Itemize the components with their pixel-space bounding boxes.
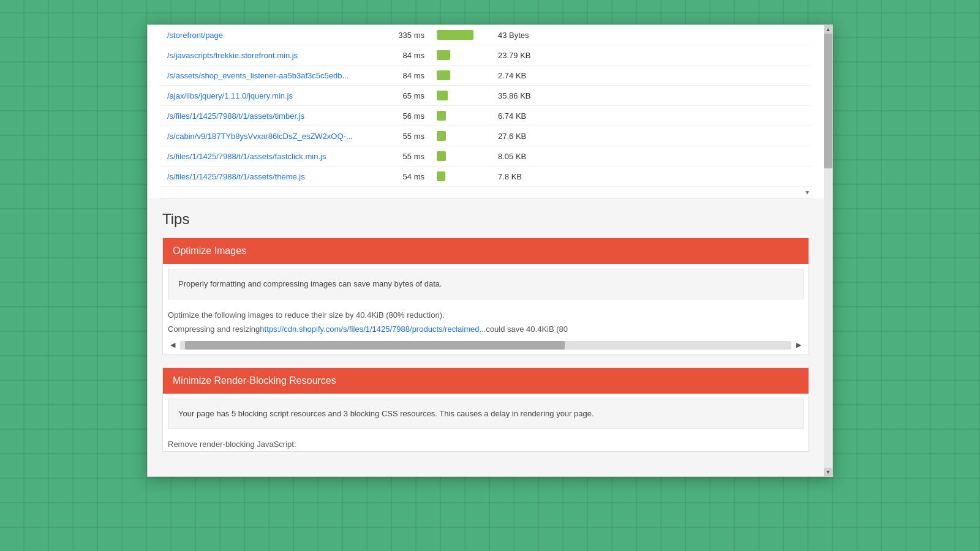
tip-detail-render-blocking: Remove render-blocking JavaScript: bbox=[163, 433, 809, 451]
resource-link[interactable]: /s/javascripts/trekkie.storefront.min.js bbox=[167, 51, 388, 60]
resource-bar bbox=[437, 70, 450, 80]
resource-time: 56 ms bbox=[388, 111, 437, 121]
resource-bar bbox=[437, 50, 450, 60]
resource-bar bbox=[437, 111, 446, 121]
resource-link[interactable]: /s/assets/shop_events_listener-aa5b3af3c… bbox=[167, 71, 388, 80]
resource-size: 27.6 KB bbox=[486, 132, 547, 141]
scrollbar-thumb[interactable] bbox=[824, 34, 832, 168]
resource-link[interactable]: /s/files/1/1425/7988/t/1/assets/theme.js bbox=[167, 172, 388, 181]
resource-row: /storefront/page335 ms43 Bytes bbox=[160, 25, 812, 45]
scrollbar[interactable]: ▲ ▼ bbox=[824, 25, 832, 476]
tip-card-render-blocking: Minimize Render-Blocking Resources Your … bbox=[162, 367, 809, 452]
hscroll-right-arrow[interactable]: ▶ bbox=[794, 341, 804, 349]
tip-header-render-blocking: Minimize Render-Blocking Resources bbox=[163, 368, 809, 394]
resource-size: 6.74 KB bbox=[486, 111, 547, 121]
resource-bar bbox=[437, 151, 446, 161]
resource-link[interactable]: /s/files/1/1425/7988/t/1/assets/fastclic… bbox=[167, 152, 388, 161]
resource-time: 65 ms bbox=[388, 91, 437, 100]
resource-link[interactable]: /ajax/libs/jquery/1.11.0/jquery.min.js bbox=[167, 91, 388, 100]
resource-row: /s/cabin/v9/187TYb8ysVvxar86lcDsZ_esZW2x… bbox=[160, 126, 812, 146]
tips-title: Tips bbox=[162, 211, 809, 228]
resource-row: /s/javascripts/trekkie.storefront.min.js… bbox=[160, 45, 812, 66]
scrollbar-up-arrow[interactable]: ▲ bbox=[824, 25, 832, 34]
resource-bar-container bbox=[437, 30, 486, 40]
resource-link[interactable]: /s/files/1/1425/7988/t/1/assets/timber.j… bbox=[167, 111, 388, 121]
resource-link[interactable]: /s/cabin/v9/187TYb8ysVvxar86lcDsZ_esZW2x… bbox=[167, 132, 388, 141]
resource-table: /storefront/page335 ms43 Bytes/s/javascr… bbox=[148, 25, 824, 198]
tip-image-link[interactable]: https://cdn.shopify.com/s/files/1/1425/7… bbox=[260, 324, 486, 334]
browser-window: /storefront/page335 ms43 Bytes/s/javascr… bbox=[147, 24, 833, 477]
tips-section: Tips Optimize Images Properly formatting… bbox=[148, 198, 824, 476]
resource-size: 23.79 KB bbox=[486, 51, 547, 60]
resource-bar-container bbox=[437, 70, 486, 80]
tip-body-optimize-images: Properly formatting and compressing imag… bbox=[168, 269, 804, 299]
resource-bar bbox=[437, 91, 448, 100]
resource-size: 43 Bytes bbox=[486, 31, 547, 40]
resource-row: /s/assets/shop_events_listener-aa5b3af3c… bbox=[160, 66, 812, 86]
hscroll-container: ◀ ▶ bbox=[163, 339, 809, 354]
resource-size: 8.05 KB bbox=[486, 152, 547, 161]
resource-time: 84 ms bbox=[388, 71, 437, 80]
scroll-down-indicator[interactable]: ▾ bbox=[805, 188, 812, 197]
resource-size: 35.86 KB bbox=[486, 91, 547, 100]
scrollbar-down-arrow[interactable]: ▼ bbox=[824, 468, 832, 476]
resource-row: /s/files/1/1425/7988/t/1/assets/theme.js… bbox=[160, 167, 812, 187]
resource-bar-container bbox=[437, 91, 486, 100]
resource-bar-container bbox=[437, 111, 486, 121]
hscroll-left-arrow[interactable]: ◀ bbox=[168, 341, 178, 349]
resource-time: 335 ms bbox=[388, 31, 437, 40]
resource-time: 54 ms bbox=[388, 172, 437, 181]
resource-time: 55 ms bbox=[388, 152, 437, 161]
hscroll-thumb bbox=[185, 341, 565, 350]
resource-bar-container bbox=[437, 131, 486, 141]
resource-bar bbox=[437, 171, 445, 181]
tip-body-render-blocking: Your page has 5 blocking script resource… bbox=[168, 399, 804, 429]
resource-time: 84 ms bbox=[388, 51, 437, 60]
resource-bar bbox=[437, 30, 473, 40]
resource-time: 55 ms bbox=[388, 132, 437, 141]
resource-bar bbox=[437, 131, 446, 141]
hscroll-track[interactable] bbox=[180, 341, 791, 350]
resource-size: 2.74 KB bbox=[486, 71, 547, 80]
resource-bar-container bbox=[437, 50, 486, 60]
tip-header-optimize-images: Optimize Images bbox=[163, 238, 809, 264]
resource-row: /s/files/1/1425/7988/t/1/assets/fastclic… bbox=[160, 146, 812, 167]
resource-row: /ajax/libs/jquery/1.11.0/jquery.min.js65… bbox=[160, 86, 812, 106]
resource-bar-container bbox=[437, 151, 486, 161]
tip-detail-row-optimize-images: Compressing and resizing https://cdn.sho… bbox=[163, 322, 809, 339]
tip-detail-optimize-images: Optimize the following images to reduce … bbox=[163, 304, 809, 322]
resource-row: /s/files/1/1425/7988/t/1/assets/timber.j… bbox=[160, 106, 812, 126]
resource-link[interactable]: /storefront/page bbox=[167, 31, 388, 40]
tip-card-optimize-images: Optimize Images Properly formatting and … bbox=[162, 238, 809, 355]
resource-bar-container bbox=[437, 171, 486, 181]
resource-size: 7.8 KB bbox=[486, 172, 547, 181]
